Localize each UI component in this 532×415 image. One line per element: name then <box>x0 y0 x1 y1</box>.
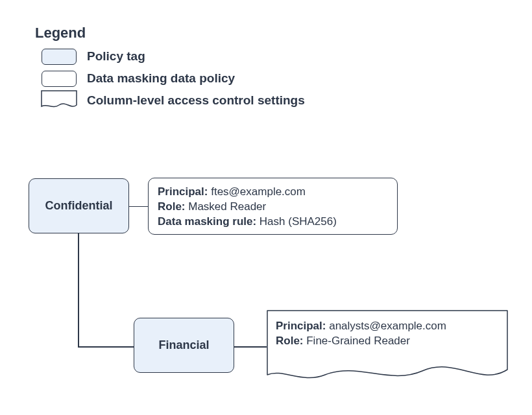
data-masking-swatch-icon <box>35 69 83 88</box>
principal-key: Principal: <box>276 320 326 332</box>
legend-row-clac: Column-level access control settings <box>35 91 305 110</box>
principal-value: analysts@example.com <box>326 320 446 332</box>
principal-row: Principal: analysts@example.com <box>276 319 446 334</box>
data-masking-policy-confidential: Principal: ftes@example.com Role: Masked… <box>148 178 398 235</box>
principal-value: ftes@example.com <box>208 185 305 198</box>
policy-tag-swatch-icon <box>35 47 83 66</box>
connector-line <box>78 233 79 347</box>
legend: Legend Policy tag Data masking data poli… <box>35 25 305 113</box>
principal-key: Principal: <box>158 185 208 198</box>
rule-key: Data masking rule: <box>158 215 256 228</box>
clac-settings-financial: Principal: analysts@example.com Role: Fi… <box>267 310 508 386</box>
rule-row: Data masking rule: Hash (SHA256) <box>158 215 388 230</box>
rule-value: Hash (SHA256) <box>256 215 337 228</box>
legend-label: Policy tag <box>87 49 145 64</box>
legend-row-policy-tag: Policy tag <box>35 47 305 66</box>
role-key: Role: <box>276 335 304 347</box>
role-row: Role: Masked Reader <box>158 200 388 215</box>
legend-label: Column-level access control settings <box>87 93 305 108</box>
role-key: Role: <box>158 200 186 213</box>
legend-label: Data masking data policy <box>87 71 235 86</box>
policy-tag-confidential: Confidential <box>29 178 129 233</box>
role-row: Role: Fine-Grained Reader <box>276 334 446 349</box>
connector-line <box>234 346 267 348</box>
connector-line <box>129 206 148 208</box>
policy-tag-financial: Financial <box>134 318 234 373</box>
legend-row-data-masking: Data masking data policy <box>35 69 305 88</box>
clac-swatch-icon <box>35 91 83 110</box>
principal-row: Principal: ftes@example.com <box>158 185 388 200</box>
policy-tag-label: Confidential <box>45 199 113 213</box>
legend-title: Legend <box>35 25 305 42</box>
role-value: Masked Reader <box>186 200 267 213</box>
role-value: Fine-Grained Reader <box>304 335 410 347</box>
policy-tag-label: Financial <box>158 338 209 352</box>
connector-line <box>78 346 134 348</box>
